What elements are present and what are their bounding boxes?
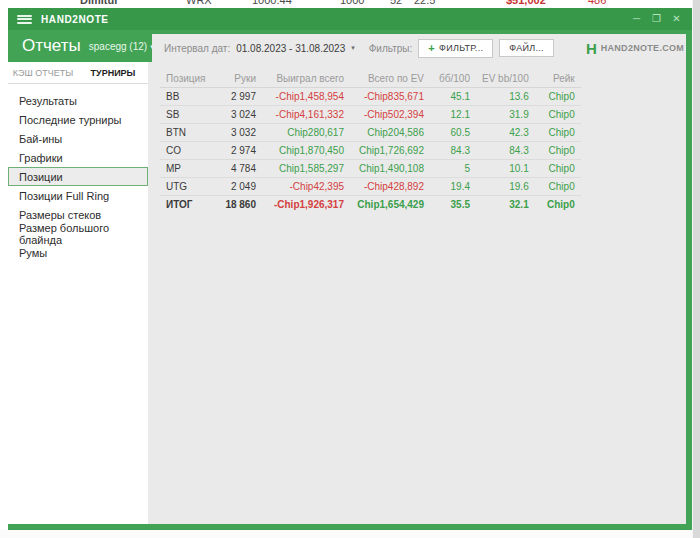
- table-cell: Chip0: [535, 196, 581, 214]
- background-table-cell: Dimitur: [80, 0, 119, 6]
- positions-table: ПозицияРукиВыиграл всегоВсего по EVбб/10…: [160, 70, 581, 213]
- table-cell: Chip1,726,692: [350, 142, 430, 160]
- table-cell: 18 860: [216, 196, 262, 214]
- column-header[interactable]: Руки: [216, 70, 262, 88]
- table-cell: 19.6: [476, 178, 535, 196]
- sidebar-tabs: КЭШ ОТЧЕТЫ ТУРНИРЫ: [8, 62, 148, 84]
- background-window-top-edge: DimiturWRX1000.4410005222.5$51,002486: [0, 0, 700, 8]
- desktop: DimiturWRX1000.4410005222.5$51,002486 HA…: [0, 0, 700, 538]
- app-title: HAND2NOTE: [41, 14, 109, 25]
- table-cell: Chip0: [535, 160, 581, 178]
- table-cell: CO: [160, 142, 216, 160]
- table-cell: 84.3: [476, 142, 535, 160]
- minimize-button[interactable]: ─: [630, 12, 643, 26]
- hand2note-logo[interactable]: H HAND2NOTE.COM: [586, 41, 684, 56]
- sidebar-item-link[interactable]: Графики: [8, 148, 148, 167]
- menu-icon[interactable]: [17, 15, 32, 24]
- table-cell: 19.4: [430, 178, 476, 196]
- table-cell: 5: [430, 160, 476, 178]
- background-table-cell: WRX: [186, 0, 212, 6]
- background-table-cell: 22.5: [414, 0, 435, 6]
- table-cell: 3 032: [216, 124, 262, 142]
- table-cell: 60.5: [430, 124, 476, 142]
- window-body: КЭШ ОТЧЕТЫ ТУРНИРЫ РезультатыПоследние т…: [8, 62, 686, 524]
- content-area: ПозицияРукиВыиграл всегоВсего по EVбб/10…: [148, 62, 686, 524]
- add-filter-button[interactable]: + ФИЛЬТР...: [418, 39, 493, 58]
- table-cell: Chip0: [535, 124, 581, 142]
- sidebar-item-link[interactable]: Последние турниры: [8, 110, 148, 129]
- table-cell: 2 049: [216, 178, 262, 196]
- background-window-right-edge: [692, 0, 700, 538]
- sidebar-item-link[interactable]: Размер большого блайнда: [8, 224, 148, 243]
- background-table-cell: 486: [588, 0, 606, 6]
- table-row[interactable]: BTN3 032Chip280,617Chip204,58660.542.3Ch…: [160, 124, 581, 142]
- table-cell: 2 997: [216, 88, 262, 106]
- table-cell: SB: [160, 106, 216, 124]
- table-cell: ИТОГ: [160, 196, 216, 214]
- table-cell: 31.9: [476, 106, 535, 124]
- table-cell: -Chip428,892: [350, 178, 430, 196]
- table-row[interactable]: UTG2 049-Chip42,395-Chip428,89219.419.6C…: [160, 178, 581, 196]
- column-header[interactable]: EV bb/100: [476, 70, 535, 88]
- table-cell: 4 784: [216, 160, 262, 178]
- table-header-row: ПозицияРукиВыиграл всегоВсего по EVбб/10…: [160, 70, 581, 88]
- column-header[interactable]: Рейк: [535, 70, 581, 88]
- column-header[interactable]: Всего по EV: [350, 70, 430, 88]
- sidebar-item-link[interactable]: Бай-ины: [8, 129, 148, 148]
- background-table-cell: 1000.44: [252, 0, 292, 6]
- table-cell: -Chip502,394: [350, 106, 430, 124]
- table-row[interactable]: ИТОГ18 860-Chip1,926,317Chip1,654,42935.…: [160, 196, 581, 214]
- table-cell: -Chip1,458,954: [262, 88, 350, 106]
- chevron-down-icon[interactable]: ▾: [351, 44, 355, 52]
- table-cell: Chip1,654,429: [350, 196, 430, 214]
- table-cell: Chip0: [535, 106, 581, 124]
- date-interval-value[interactable]: 01.08.2023 - 31.08.2023: [236, 43, 345, 54]
- table-row[interactable]: SB3 024-Chip4,161,332-Chip502,39412.131.…: [160, 106, 581, 124]
- plus-icon: +: [428, 43, 435, 54]
- close-button[interactable]: ✕: [670, 12, 683, 26]
- table-cell: -Chip42,395: [262, 178, 350, 196]
- table-cell: 45.1: [430, 88, 476, 106]
- header-left: Отчеты spacegg (12) ▾: [8, 30, 150, 62]
- table-cell: BTN: [160, 124, 216, 142]
- account-selector[interactable]: spacegg (12) ▾: [89, 41, 154, 52]
- table-cell: 12.1: [430, 106, 476, 124]
- table-cell: 13.6: [476, 88, 535, 106]
- sidebar-item-link[interactable]: Румы: [8, 243, 148, 262]
- background-table-cell: 52: [390, 0, 402, 6]
- table-cell: -Chip835,671: [350, 88, 430, 106]
- sidebar-item-link[interactable]: Позиции Full Ring: [8, 186, 148, 205]
- column-header[interactable]: бб/100: [430, 70, 476, 88]
- tab-tournaments[interactable]: ТУРНИРЫ: [78, 62, 148, 83]
- file-button[interactable]: ФАЙЛ...: [499, 39, 554, 57]
- table-cell: Chip204,586: [350, 124, 430, 142]
- sidebar-item-selected[interactable]: Позиции: [8, 167, 148, 186]
- window-controls: ─ ❐ ✕: [630, 12, 692, 26]
- table-cell: 3 024: [216, 106, 262, 124]
- account-name: spacegg (12): [89, 41, 147, 52]
- table-cell: Chip0: [535, 88, 581, 106]
- table-cell: 10.1: [476, 160, 535, 178]
- hand2note-window: HAND2NOTE ─ ❐ ✕ Отчеты spacegg (12) ▾ Ин…: [8, 8, 692, 530]
- maximize-button[interactable]: ❐: [650, 12, 663, 26]
- table-row[interactable]: MP4 784Chip1,585,297Chip1,490,108510.1Ch…: [160, 160, 581, 178]
- column-header[interactable]: Позиция: [160, 70, 216, 88]
- table-cell: Chip0: [535, 142, 581, 160]
- filters-label: Фильтры:: [369, 43, 413, 54]
- background-window-bottom-edge: [0, 530, 700, 538]
- table-row[interactable]: BB2 997-Chip1,458,954-Chip835,67145.113.…: [160, 88, 581, 106]
- titlebar: HAND2NOTE ─ ❐ ✕: [8, 8, 692, 30]
- table-cell: 2 974: [216, 142, 262, 160]
- column-header[interactable]: Выиграл всего: [262, 70, 350, 88]
- table-cell: Chip1,585,297: [262, 160, 350, 178]
- table-row[interactable]: CO2 974Chip1,870,450Chip1,726,69284.384.…: [160, 142, 581, 160]
- sidebar-nav: РезультатыПоследние турнирыБай-иныГрафик…: [8, 84, 148, 262]
- tab-cash-reports[interactable]: КЭШ ОТЧЕТЫ: [8, 62, 78, 83]
- sidebar-item-link[interactable]: Результаты: [8, 91, 148, 110]
- table-cell: 84.3: [430, 142, 476, 160]
- table-cell: -Chip1,926,317: [262, 196, 350, 214]
- background-table-cell: 1000: [340, 0, 364, 6]
- table-cell: 35.5: [430, 196, 476, 214]
- table-cell: MP: [160, 160, 216, 178]
- table-cell: Chip1,870,450: [262, 142, 350, 160]
